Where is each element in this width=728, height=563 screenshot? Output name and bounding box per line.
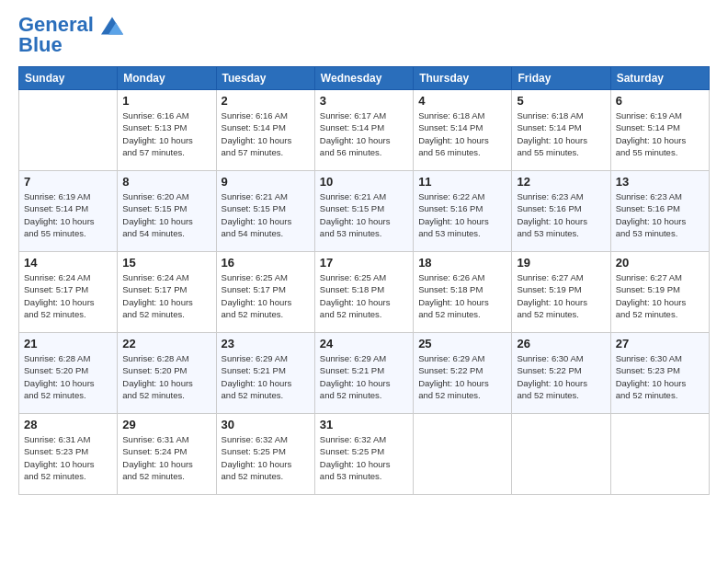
day-info: Sunrise: 6:29 AM Sunset: 5:21 PM Dayligh… (222, 352, 310, 401)
weekday-header-row: SundayMondayTuesdayWednesdayThursdayFrid… (19, 67, 710, 90)
weekday-header-monday: Monday (118, 67, 216, 90)
calendar-cell (414, 414, 512, 495)
day-info: Sunrise: 6:16 AM Sunset: 5:14 PM Dayligh… (222, 109, 310, 158)
day-info: Sunrise: 6:31 AM Sunset: 5:23 PM Dayligh… (24, 433, 112, 482)
day-number: 3 (320, 94, 408, 108)
calendar-cell: 7Sunrise: 6:19 AM Sunset: 5:14 PM Daylig… (19, 171, 118, 252)
calendar-cell: 22Sunrise: 6:28 AM Sunset: 5:20 PM Dayli… (118, 333, 216, 414)
day-info: Sunrise: 6:21 AM Sunset: 5:15 PM Dayligh… (320, 190, 408, 239)
day-number: 11 (418, 175, 506, 189)
weekday-header-friday: Friday (512, 67, 610, 90)
calendar-cell (19, 90, 118, 171)
logo: General Blue (18, 15, 125, 55)
day-number: 7 (24, 175, 112, 189)
day-info: Sunrise: 6:30 AM Sunset: 5:23 PM Dayligh… (616, 352, 704, 401)
day-info: Sunrise: 6:25 AM Sunset: 5:17 PM Dayligh… (222, 271, 310, 320)
day-number: 27 (616, 337, 704, 350)
day-info: Sunrise: 6:27 AM Sunset: 5:19 PM Dayligh… (616, 271, 704, 320)
week-row-5: 28Sunrise: 6:31 AM Sunset: 5:23 PM Dayli… (19, 414, 710, 495)
day-info: Sunrise: 6:24 AM Sunset: 5:17 PM Dayligh… (24, 271, 112, 320)
calendar-cell: 1Sunrise: 6:16 AM Sunset: 5:13 PM Daylig… (118, 90, 216, 171)
calendar-cell: 13Sunrise: 6:23 AM Sunset: 5:16 PM Dayli… (610, 171, 709, 252)
calendar-cell: 5Sunrise: 6:18 AM Sunset: 5:14 PM Daylig… (512, 90, 610, 171)
day-number: 4 (418, 94, 506, 108)
day-number: 20 (616, 256, 704, 270)
day-info: Sunrise: 6:19 AM Sunset: 5:14 PM Dayligh… (24, 190, 112, 239)
day-info: Sunrise: 6:17 AM Sunset: 5:14 PM Dayligh… (320, 109, 408, 158)
day-number: 28 (24, 418, 112, 431)
day-info: Sunrise: 6:27 AM Sunset: 5:19 PM Dayligh… (517, 271, 605, 320)
day-info: Sunrise: 6:23 AM Sunset: 5:16 PM Dayligh… (517, 190, 605, 239)
calendar-cell: 31Sunrise: 6:32 AM Sunset: 5:25 PM Dayli… (314, 414, 413, 495)
day-number: 26 (517, 337, 605, 350)
calendar-cell (610, 414, 709, 495)
day-info: Sunrise: 6:19 AM Sunset: 5:14 PM Dayligh… (616, 109, 704, 158)
calendar-cell: 11Sunrise: 6:22 AM Sunset: 5:16 PM Dayli… (414, 171, 512, 252)
calendar: SundayMondayTuesdayWednesdayThursdayFrid… (18, 66, 710, 495)
day-number: 15 (122, 256, 210, 270)
week-row-3: 14Sunrise: 6:24 AM Sunset: 5:17 PM Dayli… (19, 252, 710, 333)
day-number: 13 (616, 175, 704, 189)
calendar-cell: 27Sunrise: 6:30 AM Sunset: 5:23 PM Dayli… (610, 333, 709, 414)
calendar-cell: 29Sunrise: 6:31 AM Sunset: 5:24 PM Dayli… (118, 414, 216, 495)
day-info: Sunrise: 6:21 AM Sunset: 5:15 PM Dayligh… (222, 190, 310, 239)
day-info: Sunrise: 6:16 AM Sunset: 5:13 PM Dayligh… (122, 109, 210, 158)
day-info: Sunrise: 6:25 AM Sunset: 5:18 PM Dayligh… (320, 271, 408, 320)
week-row-2: 7Sunrise: 6:19 AM Sunset: 5:14 PM Daylig… (19, 171, 710, 252)
calendar-cell: 30Sunrise: 6:32 AM Sunset: 5:25 PM Dayli… (216, 414, 314, 495)
day-info: Sunrise: 6:29 AM Sunset: 5:21 PM Dayligh… (320, 352, 408, 401)
calendar-cell: 4Sunrise: 6:18 AM Sunset: 5:14 PM Daylig… (414, 90, 512, 171)
calendar-cell: 21Sunrise: 6:28 AM Sunset: 5:20 PM Dayli… (19, 333, 118, 414)
day-info: Sunrise: 6:32 AM Sunset: 5:25 PM Dayligh… (222, 433, 310, 482)
day-number: 10 (320, 175, 408, 189)
day-number: 16 (222, 256, 310, 270)
day-info: Sunrise: 6:26 AM Sunset: 5:18 PM Dayligh… (418, 271, 506, 320)
day-number: 18 (418, 256, 506, 270)
day-number: 8 (122, 175, 210, 189)
day-number: 22 (122, 337, 210, 350)
day-info: Sunrise: 6:22 AM Sunset: 5:16 PM Dayligh… (418, 190, 506, 239)
day-number: 31 (320, 418, 408, 431)
weekday-header-wednesday: Wednesday (314, 67, 413, 90)
header: General Blue (18, 15, 710, 55)
calendar-cell: 14Sunrise: 6:24 AM Sunset: 5:17 PM Dayli… (19, 252, 118, 333)
logo-blue: Blue (18, 33, 63, 56)
day-info: Sunrise: 6:29 AM Sunset: 5:22 PM Dayligh… (418, 352, 506, 401)
calendar-cell: 2Sunrise: 6:16 AM Sunset: 5:14 PM Daylig… (216, 90, 314, 171)
calendar-cell: 15Sunrise: 6:24 AM Sunset: 5:17 PM Dayli… (118, 252, 216, 333)
week-row-1: 1Sunrise: 6:16 AM Sunset: 5:13 PM Daylig… (19, 90, 710, 171)
calendar-cell: 20Sunrise: 6:27 AM Sunset: 5:19 PM Dayli… (610, 252, 709, 333)
day-number: 5 (517, 94, 605, 108)
day-info: Sunrise: 6:23 AM Sunset: 5:16 PM Dayligh… (616, 190, 704, 239)
day-info: Sunrise: 6:20 AM Sunset: 5:15 PM Dayligh… (122, 190, 210, 239)
day-number: 30 (222, 418, 310, 431)
weekday-header-saturday: Saturday (610, 67, 709, 90)
day-number: 19 (517, 256, 605, 270)
day-number: 24 (320, 337, 408, 350)
day-number: 17 (320, 256, 408, 270)
calendar-cell: 12Sunrise: 6:23 AM Sunset: 5:16 PM Dayli… (512, 171, 610, 252)
day-number: 1 (122, 94, 210, 108)
calendar-cell: 23Sunrise: 6:29 AM Sunset: 5:21 PM Dayli… (216, 333, 314, 414)
day-number: 21 (24, 337, 112, 350)
day-info: Sunrise: 6:18 AM Sunset: 5:14 PM Dayligh… (418, 109, 506, 158)
calendar-cell: 16Sunrise: 6:25 AM Sunset: 5:17 PM Dayli… (216, 252, 314, 333)
calendar-cell (512, 414, 610, 495)
weekday-header-tuesday: Tuesday (216, 67, 314, 90)
calendar-cell: 6Sunrise: 6:19 AM Sunset: 5:14 PM Daylig… (610, 90, 709, 171)
day-number: 25 (418, 337, 506, 350)
day-number: 23 (222, 337, 310, 350)
day-info: Sunrise: 6:28 AM Sunset: 5:20 PM Dayligh… (122, 352, 210, 401)
calendar-cell: 10Sunrise: 6:21 AM Sunset: 5:15 PM Dayli… (314, 171, 413, 252)
page: General Blue SundayMondayTuesdayWednesda… (0, 0, 728, 563)
calendar-cell: 28Sunrise: 6:31 AM Sunset: 5:23 PM Dayli… (19, 414, 118, 495)
day-info: Sunrise: 6:18 AM Sunset: 5:14 PM Dayligh… (517, 109, 605, 158)
calendar-cell: 26Sunrise: 6:30 AM Sunset: 5:22 PM Dayli… (512, 333, 610, 414)
day-number: 9 (222, 175, 310, 189)
calendar-cell: 8Sunrise: 6:20 AM Sunset: 5:15 PM Daylig… (118, 171, 216, 252)
day-number: 14 (24, 256, 112, 270)
day-info: Sunrise: 6:30 AM Sunset: 5:22 PM Dayligh… (517, 352, 605, 401)
weekday-header-sunday: Sunday (19, 67, 118, 90)
calendar-cell: 3Sunrise: 6:17 AM Sunset: 5:14 PM Daylig… (314, 90, 413, 171)
day-number: 6 (616, 94, 704, 108)
